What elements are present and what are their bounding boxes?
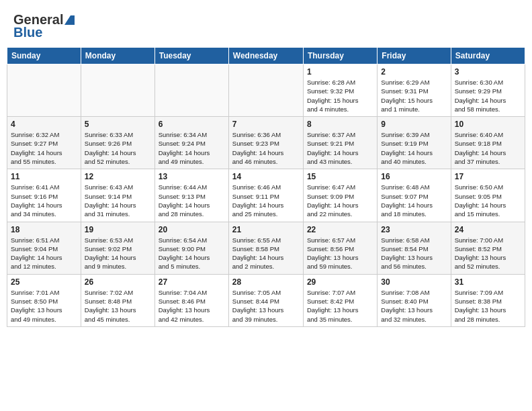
col-header-saturday: Saturday [451, 48, 525, 64]
calendar-cell: 18Sunrise: 6:51 AM Sunset: 9:04 PM Dayli… [7, 222, 81, 274]
day-info: Sunrise: 7:05 AM Sunset: 8:44 PM Dayligh… [232, 288, 300, 324]
day-info: Sunrise: 6:47 AM Sunset: 9:09 PM Dayligh… [307, 183, 373, 218]
calendar-cell: 7Sunrise: 6:36 AM Sunset: 9:23 PM Daylig… [228, 117, 303, 169]
page-header: General Blue [7, 7, 525, 43]
calendar-cell: 8Sunrise: 6:37 AM Sunset: 9:21 PM Daylig… [303, 117, 377, 169]
day-info: Sunrise: 6:43 AM Sunset: 9:14 PM Dayligh… [85, 183, 151, 218]
day-number: 23 [381, 225, 447, 234]
calendar-cell: 10Sunrise: 6:40 AM Sunset: 9:18 PM Dayli… [451, 117, 525, 169]
day-info: Sunrise: 7:01 AM Sunset: 8:50 PM Dayligh… [11, 288, 77, 324]
day-info: Sunrise: 7:00 AM Sunset: 8:52 PM Dayligh… [455, 236, 521, 271]
day-number: 27 [159, 277, 225, 287]
day-number: 4 [11, 120, 77, 129]
day-info: Sunrise: 6:33 AM Sunset: 9:26 PM Dayligh… [85, 130, 151, 166]
col-header-tuesday: Tuesday [154, 48, 228, 64]
col-header-thursday: Thursday [303, 48, 377, 64]
day-info: Sunrise: 6:53 AM Sunset: 9:02 PM Dayligh… [85, 236, 151, 271]
day-info: Sunrise: 6:46 AM Sunset: 9:11 PM Dayligh… [232, 183, 300, 218]
calendar-cell: 1Sunrise: 6:28 AM Sunset: 9:32 PM Daylig… [303, 64, 377, 117]
day-info: Sunrise: 6:32 AM Sunset: 9:27 PM Dayligh… [11, 130, 77, 166]
day-info: Sunrise: 6:54 AM Sunset: 9:00 PM Dayligh… [159, 236, 225, 271]
calendar-cell: 27Sunrise: 7:04 AM Sunset: 8:46 PM Dayli… [154, 274, 228, 326]
day-number: 3 [455, 67, 521, 77]
day-number: 19 [85, 225, 151, 234]
day-number: 30 [381, 277, 447, 287]
calendar-cell: 23Sunrise: 6:58 AM Sunset: 8:54 PM Dayli… [378, 222, 451, 274]
calendar-cell: 16Sunrise: 6:48 AM Sunset: 9:07 PM Dayli… [378, 169, 451, 222]
day-number: 6 [159, 120, 225, 129]
day-info: Sunrise: 6:34 AM Sunset: 9:24 PM Dayligh… [159, 130, 225, 166]
day-number: 20 [159, 225, 225, 234]
calendar-cell: 25Sunrise: 7:01 AM Sunset: 8:50 PM Dayli… [7, 274, 81, 326]
calendar-cell: 24Sunrise: 7:00 AM Sunset: 8:52 PM Dayli… [451, 222, 525, 274]
day-number: 15 [307, 172, 373, 181]
day-number: 26 [85, 277, 151, 287]
calendar-cell [228, 64, 303, 117]
day-number: 24 [455, 225, 521, 234]
day-info: Sunrise: 7:07 AM Sunset: 8:42 PM Dayligh… [307, 288, 373, 324]
day-info: Sunrise: 6:30 AM Sunset: 9:29 PM Dayligh… [455, 78, 521, 113]
calendar-cell: 5Sunrise: 6:33 AM Sunset: 9:26 PM Daylig… [81, 117, 154, 169]
day-number: 11 [11, 172, 77, 181]
day-info: Sunrise: 6:44 AM Sunset: 9:13 PM Dayligh… [159, 183, 225, 218]
calendar-cell: 28Sunrise: 7:05 AM Sunset: 8:44 PM Dayli… [228, 274, 303, 326]
col-header-friday: Friday [378, 48, 451, 64]
day-number: 25 [11, 277, 77, 287]
calendar-cell [81, 64, 154, 117]
day-info: Sunrise: 6:40 AM Sunset: 9:18 PM Dayligh… [455, 130, 521, 166]
col-header-monday: Monday [81, 48, 154, 64]
day-info: Sunrise: 6:51 AM Sunset: 9:04 PM Dayligh… [11, 236, 77, 271]
calendar-cell: 15Sunrise: 6:47 AM Sunset: 9:09 PM Dayli… [303, 169, 377, 222]
day-number: 22 [307, 225, 373, 234]
day-number: 29 [307, 277, 373, 287]
calendar-cell: 22Sunrise: 6:57 AM Sunset: 8:56 PM Dayli… [303, 222, 377, 274]
day-info: Sunrise: 6:37 AM Sunset: 9:21 PM Dayligh… [307, 130, 373, 166]
day-number: 7 [232, 120, 300, 129]
logo-blue-text: Blue [13, 25, 42, 40]
day-info: Sunrise: 6:50 AM Sunset: 9:05 PM Dayligh… [455, 183, 521, 218]
day-number: 2 [381, 67, 447, 77]
calendar-cell: 12Sunrise: 6:43 AM Sunset: 9:14 PM Dayli… [81, 169, 154, 222]
calendar-cell: 9Sunrise: 6:39 AM Sunset: 9:19 PM Daylig… [378, 117, 451, 169]
calendar-table: SundayMondayTuesdayWednesdayThursdayFrid… [7, 47, 525, 327]
day-number: 28 [232, 277, 300, 287]
calendar-cell: 29Sunrise: 7:07 AM Sunset: 8:42 PM Dayli… [303, 274, 377, 326]
day-info: Sunrise: 6:48 AM Sunset: 9:07 PM Dayligh… [381, 183, 447, 218]
day-number: 16 [381, 172, 447, 181]
col-header-wednesday: Wednesday [228, 48, 303, 64]
day-info: Sunrise: 6:29 AM Sunset: 9:31 PM Dayligh… [381, 78, 447, 113]
calendar-cell: 4Sunrise: 6:32 AM Sunset: 9:27 PM Daylig… [7, 117, 81, 169]
day-info: Sunrise: 6:41 AM Sunset: 9:16 PM Dayligh… [11, 183, 77, 218]
day-info: Sunrise: 6:58 AM Sunset: 8:54 PM Dayligh… [381, 236, 447, 271]
day-number: 13 [159, 172, 225, 181]
day-info: Sunrise: 6:39 AM Sunset: 9:19 PM Dayligh… [381, 130, 447, 166]
calendar-cell: 21Sunrise: 6:55 AM Sunset: 8:58 PM Dayli… [228, 222, 303, 274]
calendar-cell: 31Sunrise: 7:09 AM Sunset: 8:38 PM Dayli… [451, 274, 525, 326]
day-info: Sunrise: 7:09 AM Sunset: 8:38 PM Dayligh… [455, 288, 521, 324]
calendar-cell [154, 64, 228, 117]
calendar-cell: 14Sunrise: 6:46 AM Sunset: 9:11 PM Dayli… [228, 169, 303, 222]
calendar-cell: 30Sunrise: 7:08 AM Sunset: 8:40 PM Dayli… [378, 274, 451, 326]
day-number: 9 [381, 120, 447, 129]
day-info: Sunrise: 7:02 AM Sunset: 8:48 PM Dayligh… [85, 288, 151, 324]
day-number: 21 [232, 225, 300, 234]
day-number: 18 [11, 225, 77, 234]
day-number: 8 [307, 120, 373, 129]
day-info: Sunrise: 6:57 AM Sunset: 8:56 PM Dayligh… [307, 236, 373, 271]
day-info: Sunrise: 6:55 AM Sunset: 8:58 PM Dayligh… [232, 236, 300, 271]
calendar-cell: 3Sunrise: 6:30 AM Sunset: 9:29 PM Daylig… [451, 64, 525, 117]
calendar-cell: 6Sunrise: 6:34 AM Sunset: 9:24 PM Daylig… [154, 117, 228, 169]
day-info: Sunrise: 7:08 AM Sunset: 8:40 PM Dayligh… [381, 288, 447, 324]
day-number: 1 [307, 67, 373, 77]
calendar-cell: 11Sunrise: 6:41 AM Sunset: 9:16 PM Dayli… [7, 169, 81, 222]
col-header-sunday: Sunday [7, 48, 81, 64]
logo: General Blue [13, 12, 75, 40]
day-info: Sunrise: 6:36 AM Sunset: 9:23 PM Dayligh… [232, 130, 300, 166]
day-info: Sunrise: 6:28 AM Sunset: 9:32 PM Dayligh… [307, 78, 373, 113]
day-number: 17 [455, 172, 521, 181]
day-info: Sunrise: 7:04 AM Sunset: 8:46 PM Dayligh… [159, 288, 225, 324]
calendar-cell: 13Sunrise: 6:44 AM Sunset: 9:13 PM Dayli… [154, 169, 228, 222]
day-number: 12 [85, 172, 151, 181]
calendar-cell: 20Sunrise: 6:54 AM Sunset: 9:00 PM Dayli… [154, 222, 228, 274]
day-number: 31 [455, 277, 521, 287]
